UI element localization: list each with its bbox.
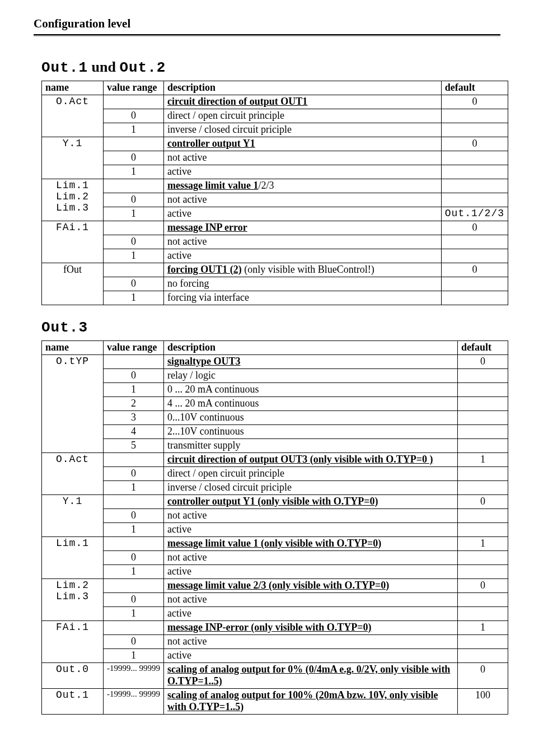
cell-default bbox=[441, 277, 508, 291]
cell-desc: not active bbox=[164, 509, 458, 523]
cell-default: 0 bbox=[458, 579, 508, 593]
cell-desc: not active bbox=[164, 593, 458, 607]
cell-desc: message limit value 1/2/3 bbox=[164, 179, 442, 193]
cell-range: 1 bbox=[104, 565, 164, 579]
cell-default: 1 bbox=[458, 453, 508, 467]
cell-default bbox=[458, 467, 508, 481]
cell-range: 1 bbox=[104, 383, 164, 397]
cell-default: 1 bbox=[458, 621, 508, 635]
cell-range: 0 bbox=[104, 635, 164, 649]
cell-name: FAi.1 bbox=[42, 621, 104, 663]
cell-desc: relay / logic bbox=[164, 369, 458, 383]
cell-default: 0 bbox=[441, 137, 508, 151]
cell-range bbox=[104, 263, 164, 277]
table-row: O.Actcircuit direction of output OUT10 bbox=[42, 95, 508, 109]
table-row: 0no forcing bbox=[42, 277, 508, 291]
table-row: O.tYPsignaltype OUT30 bbox=[42, 355, 508, 369]
cell-desc: active bbox=[164, 565, 458, 579]
cell-default: 0 bbox=[458, 663, 508, 689]
table-row: 0not active bbox=[42, 593, 508, 607]
table-row: Lim.1Lim.2Lim.3message limit value 1/2/3 bbox=[42, 179, 508, 193]
cell-range bbox=[104, 537, 164, 551]
cell-default bbox=[458, 383, 508, 397]
cell-desc: not active bbox=[164, 151, 442, 165]
cell-range: -19999... 99999 bbox=[104, 689, 164, 715]
cell-desc: circuit direction of output OUT3 (only v… bbox=[164, 453, 458, 467]
header-divider bbox=[34, 34, 500, 36]
cell-range: 1 bbox=[104, 249, 164, 263]
cell-default bbox=[441, 291, 508, 305]
table-row: 0direct / open circuit principle bbox=[42, 109, 508, 123]
cell-desc: not active bbox=[164, 635, 458, 649]
cell-desc: circuit direction of output OUT1 bbox=[164, 95, 442, 109]
table-row: 30...10V continuous bbox=[42, 411, 508, 425]
cell-desc: 4 ... 20 mA continuous bbox=[164, 397, 458, 411]
table-row: 5transmitter supply bbox=[42, 439, 508, 453]
cell-default bbox=[458, 439, 508, 453]
cell-default bbox=[458, 635, 508, 649]
cell-desc: not active bbox=[164, 193, 442, 207]
table-row: 0relay / logic bbox=[42, 369, 508, 383]
cell-name: Y.1 bbox=[42, 495, 104, 537]
table-row: 1active bbox=[42, 649, 508, 663]
cell-desc: message limit value 2/3 (only visible wi… bbox=[164, 579, 458, 593]
table-row: FAi.1message INP-error (only visible wit… bbox=[42, 621, 508, 635]
cell-range: 1 bbox=[104, 649, 164, 663]
table-row: 1inverse / closed circuit priciple bbox=[42, 481, 508, 495]
cell-desc: scaling of analog output for 100% (20mA … bbox=[164, 689, 458, 715]
cell-range: 1 bbox=[104, 481, 164, 495]
cell-default: 0 bbox=[441, 263, 508, 277]
cell-default bbox=[458, 565, 508, 579]
cell-default bbox=[458, 397, 508, 411]
seg-out3: Out.3 bbox=[41, 319, 88, 336]
table-row: 1active bbox=[42, 565, 508, 579]
cell-range bbox=[104, 95, 164, 109]
table-header-row: name value range description default bbox=[42, 81, 508, 95]
cell-default bbox=[458, 649, 508, 663]
table-row: 0not active bbox=[42, 509, 508, 523]
table-row: Lim.2Lim.3message limit value 2/3 (only … bbox=[42, 579, 508, 593]
th-def: default bbox=[441, 81, 508, 95]
cell-range: 0 bbox=[104, 235, 164, 249]
cell-desc: active bbox=[164, 649, 458, 663]
cell-default bbox=[441, 193, 508, 207]
cell-desc: forcing OUT1 (2) (only visible with Blue… bbox=[164, 263, 442, 277]
table-row: 0not active bbox=[42, 551, 508, 565]
table-row: 0not active bbox=[42, 193, 508, 207]
cell-default bbox=[458, 411, 508, 425]
cell-default bbox=[458, 425, 508, 439]
seg-out2: Out.2 bbox=[119, 59, 166, 76]
table-row: 0not active bbox=[42, 235, 508, 249]
cell-desc: active bbox=[164, 523, 458, 537]
table-row: O.Actcircuit direction of output OUT3 (o… bbox=[42, 453, 508, 467]
table-row: FAi.1message INP error0 bbox=[42, 221, 508, 235]
table-row: Y.1controller output Y10 bbox=[42, 137, 508, 151]
cell-default: 100 bbox=[458, 689, 508, 715]
cell-desc: direct / open circuit principle bbox=[164, 467, 458, 481]
seg-out1: Out.1 bbox=[41, 59, 88, 76]
cell-desc: not active bbox=[164, 551, 458, 565]
cell-name: fOut bbox=[42, 263, 104, 305]
cell-desc: controller output Y1 bbox=[164, 137, 442, 151]
cell-desc: active bbox=[164, 607, 458, 621]
cell-range: 0 bbox=[104, 193, 164, 207]
cell-range: 1 bbox=[104, 291, 164, 305]
cell-range bbox=[104, 453, 164, 467]
table-row: 1active bbox=[42, 607, 508, 621]
cell-default: Out.1/2/3 bbox=[441, 207, 508, 221]
cell-range: 0 bbox=[104, 369, 164, 383]
table-out12: name value range description default O.A… bbox=[41, 81, 508, 305]
table-row: 1activeOut.1/2/3 bbox=[42, 207, 508, 221]
cell-default bbox=[441, 235, 508, 249]
section-title-out3: Out.3 bbox=[41, 319, 500, 336]
cell-range: 1 bbox=[104, 607, 164, 621]
cell-default bbox=[441, 165, 508, 179]
cell-desc: 0...10V continuous bbox=[164, 411, 458, 425]
cell-default: 1 bbox=[458, 537, 508, 551]
cell-range: 0 bbox=[104, 593, 164, 607]
th-desc: description bbox=[164, 341, 458, 355]
th-name: name bbox=[42, 81, 104, 95]
table-row: fOutforcing OUT1 (2) (only visible with … bbox=[42, 263, 508, 277]
th-def: default bbox=[458, 341, 508, 355]
cell-range: 0 bbox=[104, 151, 164, 165]
